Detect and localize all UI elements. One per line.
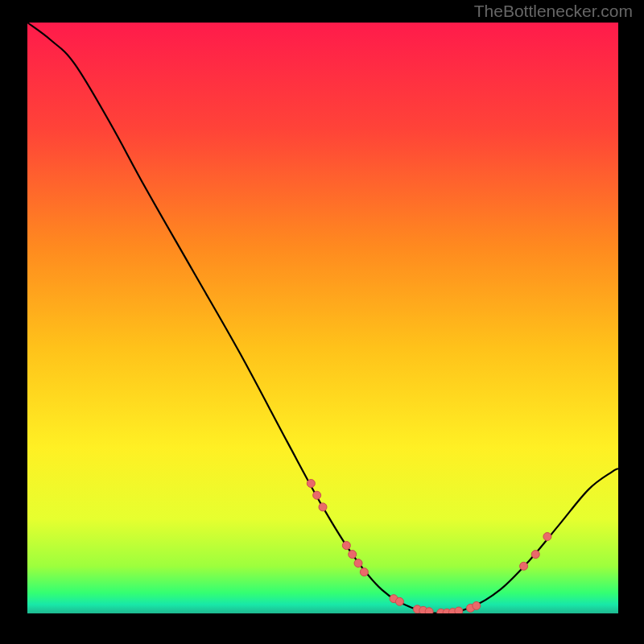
data-dot: [455, 607, 463, 613]
gradient-background: [27, 23, 618, 613]
data-dot: [473, 601, 481, 609]
data-dot: [425, 608, 433, 613]
chart-container: TheBottlenecker.com: [0, 0, 644, 644]
data-dot: [531, 551, 539, 559]
data-dot: [307, 480, 315, 488]
data-dot: [319, 503, 327, 511]
data-dot: [360, 568, 368, 576]
data-dot: [543, 533, 551, 541]
data-dot: [342, 542, 350, 550]
data-dot: [520, 562, 528, 570]
data-dot: [395, 597, 403, 605]
data-dot: [354, 559, 362, 568]
data-dot: [313, 491, 321, 499]
chart-svg: [27, 23, 618, 613]
watermark-text: TheBottlenecker.com: [474, 2, 633, 21]
plot-area: [27, 23, 618, 613]
data-dot: [349, 551, 357, 559]
